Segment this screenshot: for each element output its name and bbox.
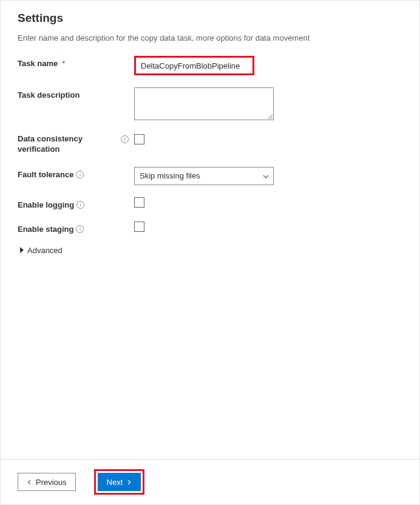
chevron-left-icon bbox=[27, 480, 32, 485]
info-icon[interactable]: i bbox=[76, 201, 84, 209]
enable-staging-checkbox[interactable] bbox=[134, 222, 144, 232]
info-icon[interactable]: i bbox=[76, 171, 84, 178]
task-name-input[interactable] bbox=[137, 59, 251, 72]
fault-tolerance-label: Fault tolerance i bbox=[18, 167, 121, 179]
chevron-right-icon bbox=[126, 480, 132, 485]
previous-label: Previous bbox=[36, 478, 67, 487]
chevron-down-icon bbox=[262, 173, 268, 179]
enable-staging-label: Enable staging i bbox=[18, 222, 121, 234]
caret-right-icon bbox=[20, 247, 24, 253]
page-subtitle: Enter name and description for the copy … bbox=[18, 33, 402, 42]
task-description-input[interactable] bbox=[134, 87, 274, 120]
next-button[interactable]: Next bbox=[98, 473, 141, 491]
required-asterisk: * bbox=[62, 59, 65, 68]
next-highlight: Next bbox=[94, 469, 145, 495]
page-title: Settings bbox=[18, 12, 402, 25]
info-icon[interactable]: i bbox=[121, 135, 129, 143]
data-consistency-checkbox[interactable] bbox=[134, 134, 144, 144]
enable-logging-checkbox[interactable] bbox=[134, 197, 144, 208]
info-icon[interactable]: i bbox=[76, 225, 84, 233]
wizard-footer: Previous Next bbox=[1, 459, 419, 504]
fault-tolerance-value: Skip missing files bbox=[140, 171, 200, 180]
task-name-highlight bbox=[134, 56, 254, 75]
task-name-label: Task name* bbox=[18, 56, 121, 68]
data-consistency-label: Data consistency verification bbox=[18, 134, 121, 155]
next-label: Next bbox=[107, 478, 123, 487]
advanced-label: Advanced bbox=[27, 246, 63, 255]
task-description-label: Task description bbox=[18, 87, 121, 100]
enable-logging-label: Enable logging i bbox=[18, 197, 121, 209]
fault-tolerance-select[interactable]: Skip missing files bbox=[134, 167, 274, 185]
previous-button[interactable]: Previous bbox=[18, 473, 76, 491]
advanced-toggle[interactable]: Advanced bbox=[20, 246, 402, 255]
